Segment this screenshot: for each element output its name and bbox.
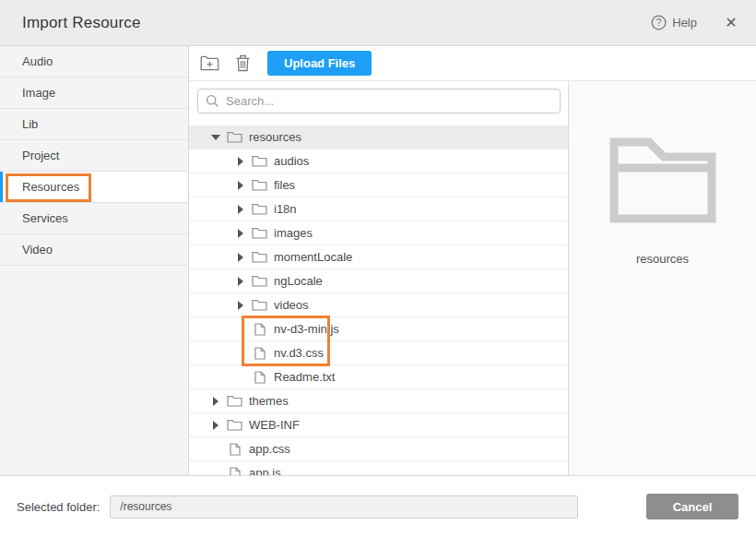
tree-row-label: ngLocale	[274, 274, 323, 288]
tree-row-files[interactable]: files	[189, 173, 568, 197]
folder-icon	[252, 251, 267, 263]
category-sidebar: AudioImageLibProjectResourcesServicesVid…	[0, 46, 189, 475]
tree-row-app.css[interactable]: app.css	[189, 437, 568, 461]
delete-button[interactable]	[230, 52, 254, 76]
add-folder-icon	[200, 55, 219, 71]
folder-icon	[227, 131, 242, 143]
tree-row-label: Readme.txt	[274, 370, 335, 384]
sidebar-item-label: Lib	[22, 117, 38, 131]
tree-row-label: themes	[249, 394, 289, 408]
caret-right-icon[interactable]	[234, 229, 246, 238]
tree-row-label: resources	[249, 130, 301, 144]
tree-row-label: files	[274, 178, 295, 192]
tree-row-i18n[interactable]: i18n	[189, 197, 568, 221]
sidebar-item-label: Image	[22, 86, 55, 100]
caret-right-icon[interactable]	[234, 277, 246, 286]
toolbar: Upload Files	[189, 46, 756, 81]
tree-row-label: audios	[274, 154, 309, 168]
search-icon	[206, 94, 219, 108]
caret-right-icon[interactable]	[234, 181, 246, 190]
sidebar-item-services[interactable]: Services	[0, 203, 188, 234]
tree-row-label: app.js	[249, 466, 281, 475]
sidebar-item-resources[interactable]: Resources	[0, 172, 188, 203]
svg-text:?: ?	[656, 18, 662, 28]
folder-icon	[252, 275, 267, 287]
tree-row-label: videos	[274, 298, 309, 312]
tree-row-app.js[interactable]: app.js	[189, 461, 568, 475]
caret-right-icon[interactable]	[209, 421, 221, 430]
search-box	[197, 89, 561, 113]
folder-icon	[227, 419, 242, 431]
file-icon	[252, 347, 267, 360]
search-wrap	[189, 81, 568, 113]
file-icon	[227, 443, 242, 456]
file-icon	[227, 467, 242, 476]
tree-row-videos[interactable]: videos	[189, 293, 568, 317]
folder-icon	[227, 395, 242, 407]
tree-row-ngLocale[interactable]: ngLocale	[189, 269, 568, 293]
sidebar-item-project[interactable]: Project	[0, 140, 188, 172]
folder-icon	[252, 155, 267, 167]
file-icon	[252, 371, 267, 384]
dialog-title: Import Resource	[22, 14, 141, 32]
tree-row-WEB-INF[interactable]: WEB-INF	[189, 413, 568, 437]
folder-icon	[252, 299, 267, 311]
caret-down-icon[interactable]	[209, 135, 221, 140]
close-icon[interactable]: ✕	[721, 13, 741, 33]
sidebar-item-audio[interactable]: Audio	[0, 46, 188, 78]
caret-right-icon[interactable]	[234, 253, 246, 262]
sidebar-item-video[interactable]: Video	[0, 234, 188, 266]
large-folder-icon	[608, 128, 717, 223]
sidebar-item-label: Resources	[22, 180, 79, 194]
caret-right-icon[interactable]	[234, 301, 246, 310]
tree-row-label: momentLocale	[274, 250, 352, 264]
sidebar-item-image[interactable]: Image	[0, 78, 188, 109]
sidebar-item-lib[interactable]: Lib	[0, 109, 188, 140]
sidebar-item-label: Services	[22, 211, 68, 225]
selected-folder-input[interactable]	[110, 495, 578, 519]
tree-row-nv.d3.css[interactable]: nv.d3.css	[189, 341, 568, 365]
tree-row-resources[interactable]: resources	[189, 125, 568, 149]
caret-right-icon[interactable]	[209, 397, 221, 406]
folder-icon	[252, 227, 267, 239]
tree-row-label: i18n	[274, 202, 297, 216]
tree-row-momentLocale[interactable]: momentLocale	[189, 245, 568, 269]
preview-folder-name: resources	[636, 252, 689, 266]
caret-right-icon[interactable]	[234, 205, 246, 214]
add-folder-button[interactable]	[197, 52, 221, 76]
tree-row-label: app.css	[249, 442, 290, 456]
tree-row-label: WEB-INF	[249, 418, 300, 432]
dialog-header: Import Resource ? Help ✕	[0, 0, 756, 46]
folder-icon	[252, 203, 267, 215]
help-button[interactable]: ? Help	[651, 15, 697, 30]
content-row: resourcesaudiosfilesi18nimagesmomentLoca…	[189, 81, 756, 475]
import-resource-dialog: Import Resource ? Help ✕ AudioImageLibPr…	[0, 0, 756, 537]
header-actions: ? Help ✕	[651, 13, 741, 33]
selected-folder-label: Selected folder:	[17, 500, 100, 514]
tree-row-label: nv-d3-min.js	[274, 322, 339, 336]
preview-panel: resources	[569, 81, 756, 475]
help-icon: ?	[651, 15, 667, 30]
tree-row-themes[interactable]: themes	[189, 389, 568, 413]
file-tree: resourcesaudiosfilesi18nimagesmomentLoca…	[189, 125, 568, 475]
caret-right-icon[interactable]	[234, 157, 246, 166]
sidebar-item-label: Video	[22, 243, 53, 257]
tree-row-label: nv.d3.css	[274, 346, 324, 360]
file-icon	[252, 323, 267, 336]
sidebar-item-label: Audio	[22, 54, 53, 68]
tree-row-nv-d3-min.js[interactable]: nv-d3-min.js	[189, 317, 568, 341]
cancel-button[interactable]: Cancel	[646, 494, 738, 519]
trash-icon	[235, 54, 251, 72]
dialog-footer: Selected folder: Cancel	[0, 475, 756, 537]
sidebar-item-label: Project	[22, 149, 59, 162]
file-tree-panel: resourcesaudiosfilesi18nimagesmomentLoca…	[189, 81, 569, 475]
tree-row-label: images	[274, 226, 313, 240]
help-label: Help	[672, 16, 697, 30]
search-input[interactable]	[197, 89, 561, 113]
upload-files-button[interactable]: Upload Files	[267, 51, 372, 76]
tree-row-audios[interactable]: audios	[189, 149, 568, 173]
tree-row-images[interactable]: images	[189, 221, 568, 245]
main-area: Upload Files	[189, 46, 756, 475]
tree-row-Readme.txt[interactable]: Readme.txt	[189, 365, 568, 389]
folder-icon	[252, 179, 267, 191]
